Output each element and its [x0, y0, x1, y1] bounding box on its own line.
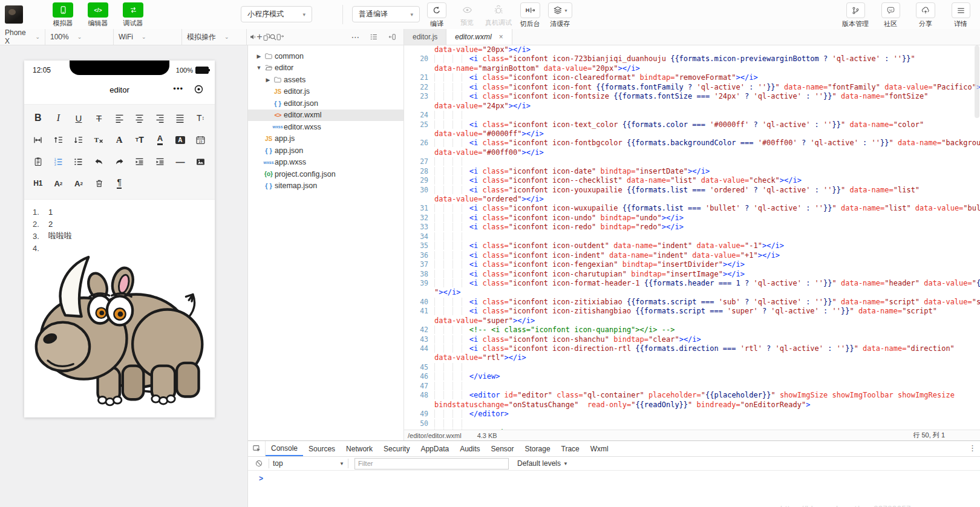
redo-icon[interactable]	[109, 152, 129, 171]
user-avatar[interactable]	[5, 5, 23, 24]
align-right-icon[interactable]	[150, 108, 171, 128]
outdent-icon[interactable]	[129, 152, 150, 171]
tree-item-common[interactable]: ▶common	[248, 50, 403, 62]
capsule-more-icon[interactable]: •••	[173, 84, 183, 93]
devtools-tab-trace[interactable]: Trace	[556, 441, 585, 456]
console-output[interactable]: > https://blog.csdn.net/qq_29789057	[248, 471, 980, 507]
devtools-tab-console[interactable]: Console	[266, 441, 303, 456]
devtools-tab-appdata[interactable]: AppData	[415, 441, 454, 456]
ordered-list-icon[interactable]: 123	[48, 152, 69, 171]
editor-content[interactable]: 1.12.23.啦啦啦4.	[24, 200, 215, 417]
action-share[interactable]: 分享	[910, 2, 941, 28]
action-compile[interactable]: 编译	[425, 2, 449, 28]
h1-icon[interactable]: H1	[28, 174, 48, 193]
devtools-tab-sensor[interactable]: Sensor	[486, 441, 520, 456]
action-community[interactable]: 社区	[875, 2, 906, 28]
code-text	[434, 419, 469, 428]
bullet-list-icon[interactable]	[68, 152, 89, 171]
tree-item-editor.json[interactable]: { }editor.json	[248, 97, 403, 110]
font-family-icon[interactable]: A	[109, 130, 129, 149]
italic-icon[interactable]: I	[48, 108, 69, 128]
tree-item-project.config.json[interactable]: {o}project.config.json	[248, 168, 403, 180]
compile-mode-select[interactable]: 普通编译▾	[352, 6, 420, 22]
tab-editor.wxml[interactable]: editor.wxml×	[446, 29, 512, 45]
search-icon[interactable]	[266, 29, 279, 45]
tree-item-editor.wxss[interactable]: wxsseditor.wxss	[248, 121, 403, 133]
action-details[interactable]: 详情	[945, 2, 976, 28]
capsule-home-icon[interactable]	[194, 84, 204, 97]
code-editor[interactable]: data-value="20px"></i>20 <i class="iconf…	[404, 45, 980, 430]
network-select[interactable]: WiFi⌄	[114, 29, 181, 45]
toolbar-button-code[interactable]: </>编辑器	[85, 2, 111, 28]
operate-select[interactable]: 模拟操作⌄	[182, 29, 246, 45]
bg-color-icon[interactable]: A	[170, 130, 191, 149]
align-justify-icon[interactable]	[170, 108, 191, 128]
bold-icon[interactable]: B	[28, 108, 48, 128]
letter-spacing-icon[interactable]	[28, 130, 48, 149]
trash-icon[interactable]	[89, 174, 109, 193]
device-select[interactable]: Phone X⌄	[0, 29, 45, 45]
date-icon[interactable]: 19	[191, 130, 211, 149]
log-levels-select[interactable]: Default levels▼	[517, 459, 568, 468]
undo-icon[interactable]	[89, 152, 109, 171]
clear-console-icon[interactable]	[255, 459, 263, 468]
rhino-cartoon-image[interactable]	[33, 252, 207, 413]
devtools-tab-security[interactable]: Security	[378, 441, 415, 456]
align-left-icon[interactable]	[109, 108, 129, 128]
toolbar-button-phone[interactable]: 模拟器	[50, 2, 76, 28]
font-size-icon[interactable]: T↕	[191, 108, 211, 128]
devtools-tab-audits[interactable]: Audits	[454, 441, 485, 456]
font-scale-icon[interactable]: TT	[129, 130, 150, 149]
toolbar-button-swap[interactable]: 调试器	[120, 2, 146, 28]
action-cache[interactable]: ▾清缓存	[548, 2, 572, 28]
tree-item-assets[interactable]: ▶assets	[248, 74, 403, 86]
divider	[348, 459, 348, 468]
align-center-icon[interactable]	[129, 108, 150, 128]
underline-icon[interactable]: U	[68, 108, 89, 128]
inspect-element-icon[interactable]	[248, 441, 266, 456]
divider-icon[interactable]: —	[170, 152, 191, 171]
tree-item-app.js[interactable]: JSapp.js	[248, 133, 403, 145]
image-icon[interactable]	[191, 152, 211, 171]
more-icon[interactable]: ⋯	[349, 29, 362, 45]
tree-item-editor[interactable]: ▼editor	[248, 62, 403, 74]
devtools-tab-network[interactable]: Network	[341, 441, 378, 456]
tree-item-editor.wxml[interactable]: <>editor.wxml	[248, 110, 403, 122]
strike-icon[interactable]: T	[89, 108, 109, 128]
action-branch[interactable]: 版本管理	[840, 2, 871, 28]
mode-select[interactable]: 小程序模式▾	[241, 6, 312, 22]
tab-editor.js[interactable]: editor.js	[404, 29, 446, 45]
console-filter-input[interactable]	[354, 458, 509, 469]
direction-icon[interactable]: ¶	[109, 174, 129, 193]
frame-context-select[interactable]: top▼	[269, 459, 348, 468]
devtools-tab-sources[interactable]: Sources	[303, 441, 341, 456]
clear-format-icon[interactable]: T	[89, 130, 109, 149]
chevron-down-icon[interactable]: ▼	[255, 65, 263, 71]
action-preview[interactable]: 预览	[455, 2, 479, 27]
action-bug[interactable]: 真机调试	[485, 2, 512, 27]
plus-icon[interactable]: +	[253, 29, 266, 45]
devtools-menu-icon[interactable]: ⋮	[969, 443, 976, 453]
superscript-icon[interactable]: A2	[68, 174, 89, 193]
scrollbar[interactable]	[975, 45, 979, 118]
devtools-tab-storage[interactable]: Storage	[520, 441, 556, 456]
tree-item-sitemap.json[interactable]: { }sitemap.json	[248, 180, 403, 192]
subscript-icon[interactable]: A2	[48, 174, 69, 193]
checklist-icon[interactable]	[28, 152, 48, 171]
devtools-tab-wxml[interactable]: Wxml	[585, 441, 614, 456]
collapse-icon[interactable]	[385, 29, 399, 45]
indent-icon[interactable]	[150, 152, 171, 171]
text-color-icon[interactable]: A	[150, 130, 171, 149]
action-background[interactable]: H切后台	[518, 2, 542, 28]
chevron-right-icon[interactable]: ▶	[255, 53, 263, 59]
close-icon[interactable]: ×	[499, 33, 503, 41]
operate-select-value: 模拟操作	[187, 32, 216, 42]
line-down-icon[interactable]	[68, 130, 89, 149]
chevron-right-icon[interactable]: ▶	[264, 77, 272, 83]
outline-icon[interactable]	[367, 29, 381, 45]
line-up-icon[interactable]	[48, 130, 69, 149]
tree-item-app.json[interactable]: { }app.json	[248, 145, 403, 157]
tree-item-app.wxss[interactable]: wxssapp.wxss	[248, 157, 403, 169]
tree-item-editor.js[interactable]: JSeditor.js	[248, 86, 403, 98]
zoom-select[interactable]: 100%⌄	[45, 29, 113, 45]
